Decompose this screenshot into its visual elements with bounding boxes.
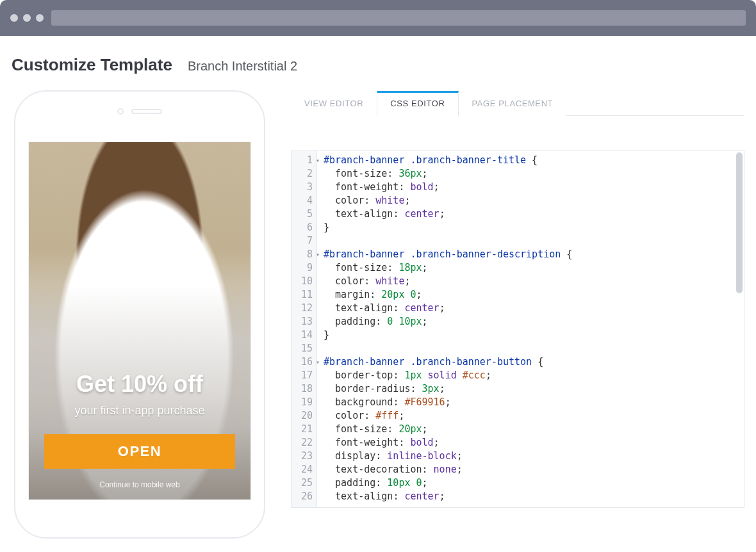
line-number: 15: [292, 342, 313, 355]
tab-view-editor[interactable]: VIEW EDITOR: [291, 91, 377, 117]
code-line[interactable]: text-decoration: none;: [324, 463, 744, 476]
line-number: 12: [292, 302, 313, 315]
line-number: 5: [292, 207, 313, 221]
line-number: 1: [292, 154, 313, 167]
phone-camera-dot: [117, 108, 124, 115]
code-line[interactable]: color: white;: [324, 194, 744, 207]
code-line[interactable]: text-align: center;: [324, 490, 744, 503]
line-number: 20: [292, 409, 313, 423]
page-header: Customize Template Branch Interstitial 2: [12, 55, 744, 75]
line-number: 22: [292, 436, 313, 450]
browser-chrome: [0, 0, 756, 36]
code-line[interactable]: font-size: 18px;: [324, 261, 744, 275]
code-line[interactable]: font-weight: bold;: [324, 436, 744, 450]
line-number: 19: [292, 396, 313, 409]
preview-headline: Get 10% off: [44, 371, 235, 398]
code-line[interactable]: #branch-banner .branch-banner-descriptio…: [324, 248, 744, 261]
line-number: 11: [292, 288, 313, 302]
code-line[interactable]: border-top: 1px solid #ccc;: [324, 369, 744, 382]
phone-earpiece: [15, 92, 264, 131]
line-number-gutter: 1234567891011121314151617181920212223242…: [292, 151, 317, 507]
tab-css-editor[interactable]: CSS EDITOR: [377, 91, 458, 117]
line-number: 13: [292, 315, 313, 329]
page-title: Customize Template: [12, 55, 172, 75]
window-dot: [36, 14, 44, 22]
line-number: 25: [292, 476, 313, 490]
line-number: 24: [292, 463, 313, 476]
line-number: 14: [292, 329, 313, 342]
line-number: 10: [292, 275, 313, 288]
code-line[interactable]: text-align: center;: [324, 302, 744, 315]
code-line[interactable]: font-size: 36px;: [324, 167, 744, 181]
code-line[interactable]: }: [324, 329, 744, 342]
code-line[interactable]: color: #fff;: [324, 409, 744, 423]
line-number: 18: [292, 382, 313, 396]
code-line[interactable]: [324, 342, 744, 355]
code-line[interactable]: [324, 234, 744, 248]
preview-subline: your first in-app purchase: [44, 404, 235, 418]
line-number: 7: [292, 234, 313, 248]
code-line[interactable]: font-size: 20px;: [324, 423, 744, 436]
code-line[interactable]: padding: 0 10px;: [324, 315, 744, 329]
line-number: 3: [292, 181, 313, 194]
phone-side-button: [14, 188, 15, 220]
preview-continue-link[interactable]: Continue to mobile web: [44, 480, 235, 489]
code-line[interactable]: color: white;: [324, 275, 744, 288]
code-content[interactable]: #branch-banner .branch-banner-title { fo…: [317, 151, 744, 507]
line-number: 16: [292, 355, 313, 369]
phone-side-button: [14, 232, 15, 264]
code-line[interactable]: background: #F69916;: [324, 396, 744, 409]
line-number: 8: [292, 248, 313, 261]
line-number: 2: [292, 167, 313, 181]
line-number: 23: [292, 450, 313, 463]
css-code-editor[interactable]: 1234567891011121314151617181920212223242…: [291, 150, 744, 508]
line-number: 6: [292, 221, 313, 234]
editor-tabs: VIEW EDITOR CSS EDITOR PAGE PLACEMENT: [291, 90, 744, 116]
window-dot: [23, 14, 31, 22]
tab-page-placement[interactable]: PAGE PLACEMENT: [459, 91, 567, 117]
preview-open-button[interactable]: OPEN: [44, 434, 235, 469]
line-number: 9: [292, 261, 313, 275]
phone-side-button: [265, 220, 265, 264]
address-bar[interactable]: [51, 10, 746, 26]
scrollbar[interactable]: [736, 152, 743, 293]
code-line[interactable]: margin: 20px 0;: [324, 288, 744, 302]
code-line[interactable]: border-radius: 3px;: [324, 382, 744, 396]
preview-screen: Get 10% off your first in-app purchase O…: [28, 142, 251, 500]
page-subtitle: Branch Interstitial 2: [188, 59, 297, 74]
code-line[interactable]: #branch-banner .branch-banner-button {: [324, 355, 744, 369]
line-number: 4: [292, 194, 313, 207]
code-line[interactable]: padding: 10px 0;: [324, 476, 744, 490]
line-number: 17: [292, 369, 313, 382]
line-number: 21: [292, 423, 313, 436]
phone-speaker: [131, 109, 162, 114]
code-line[interactable]: font-weight: bold;: [324, 181, 744, 194]
code-line[interactable]: #branch-banner .branch-banner-title {: [324, 154, 744, 167]
line-number: 26: [292, 490, 313, 503]
phone-side-button: [14, 277, 15, 300]
code-line[interactable]: }: [324, 221, 744, 234]
code-line[interactable]: display: inline-block;: [324, 450, 744, 463]
device-preview: Get 10% off your first in-app purchase O…: [14, 90, 265, 539]
code-line[interactable]: text-align: center;: [324, 207, 744, 221]
window-dots: [10, 14, 44, 22]
window-dot: [10, 14, 18, 22]
